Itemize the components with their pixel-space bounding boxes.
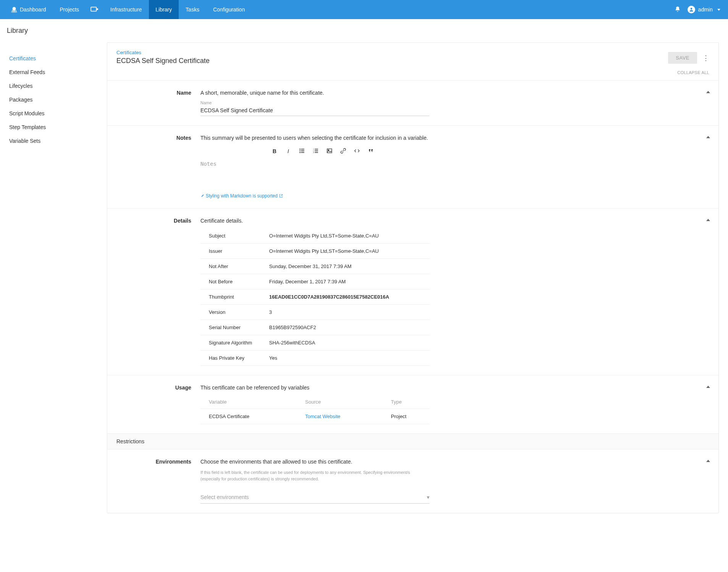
- usage-col-type: Type: [383, 395, 429, 409]
- section-usage: Usage This certificate can be referenced…: [107, 375, 718, 433]
- details-row: Version3: [200, 305, 429, 320]
- nav-dashboard[interactable]: Dashboard: [4, 0, 53, 19]
- section-env-label: Environments: [116, 459, 200, 504]
- environments-select[interactable]: Select environments ▾: [200, 491, 429, 504]
- svg-point-8: [299, 152, 300, 153]
- usage-col-variable: Variable: [200, 395, 297, 409]
- details-key: Not After: [200, 259, 269, 274]
- section-name: Name A short, memorable, unique name for…: [107, 80, 718, 125]
- user-name: admin: [698, 6, 713, 13]
- svg-point-6: [299, 150, 300, 152]
- chevron-up-icon: [706, 460, 710, 462]
- sidebar-item-step-templates[interactable]: Step Templates: [9, 120, 98, 134]
- project-switcher-icon: [90, 6, 99, 13]
- details-row: IssuerO=Internet Widgits Pty Ltd,ST=Some…: [200, 244, 429, 259]
- quote-icon[interactable]: [367, 148, 374, 155]
- name-helper: A short, memorable, unique name for this…: [200, 90, 445, 96]
- details-row: Has Private KeyYes: [200, 351, 429, 366]
- section-notes: Notes This summary will be presented to …: [107, 125, 718, 208]
- usage-col-source: Source: [297, 395, 383, 409]
- notes-helper: This summary will be presented to users …: [200, 135, 445, 141]
- image-icon[interactable]: [326, 148, 333, 155]
- collapse-all-button[interactable]: COLLAPSE ALL: [107, 69, 718, 80]
- svg-point-17: [328, 150, 329, 151]
- details-value: Sunday, December 31, 2017 7:39 AM: [269, 259, 429, 274]
- usage-row: ECDSA CertificateTomcat WebsiteProject: [200, 409, 429, 424]
- nav-infrastructure[interactable]: Infrastructure: [103, 0, 149, 19]
- svg-rect-9: [301, 152, 304, 153]
- details-key: Serial Number: [200, 320, 269, 335]
- chevron-down-icon: ▾: [427, 494, 429, 500]
- overflow-menu-icon[interactable]: ⋮: [702, 54, 709, 62]
- markdown-link-label: Styling with Markdown is supported: [206, 193, 278, 199]
- environments-placeholder: Select environments: [200, 494, 249, 500]
- sidebar: Certificates External Feeds Lifecycles P…: [0, 42, 107, 157]
- usage-source: Tomcat Website: [297, 409, 383, 424]
- details-helper: Certificate details.: [200, 218, 445, 224]
- sidebar-item-script-modules[interactable]: Script Modules: [9, 107, 98, 120]
- italic-icon[interactable]: I: [285, 148, 292, 155]
- nav-project-switcher[interactable]: [86, 0, 103, 19]
- code-icon[interactable]: [354, 148, 360, 155]
- sidebar-item-certificates[interactable]: Certificates: [9, 52, 98, 65]
- nav-configuration[interactable]: Configuration: [206, 0, 252, 19]
- usage-table: Variable Source Type ECDSA CertificateTo…: [200, 395, 429, 424]
- chevron-up-icon: [706, 91, 710, 93]
- sidebar-item-external-feeds[interactable]: External Feeds: [9, 65, 98, 79]
- svg-rect-15: [315, 152, 318, 153]
- link-icon[interactable]: [340, 148, 347, 155]
- details-value: 16EAD0E1CC0D7A28190837C286015E7582CE016A: [269, 289, 429, 305]
- nav-projects[interactable]: Projects: [53, 0, 86, 19]
- name-input[interactable]: [200, 105, 429, 116]
- nav-dashboard-label: Dashboard: [20, 6, 46, 13]
- details-value: O=Internet Widgits Pty Ltd,ST=Some-State…: [269, 228, 429, 244]
- section-env-toggle[interactable]: [706, 457, 710, 463]
- details-value: SHA-256withECDSA: [269, 335, 429, 351]
- svg-rect-5: [301, 149, 304, 150]
- notes-textarea[interactable]: [200, 159, 429, 190]
- markdown-help-link[interactable]: Styling with Markdown is supported: [200, 193, 283, 199]
- section-details-toggle[interactable]: [706, 216, 710, 222]
- svg-rect-7: [301, 150, 304, 151]
- details-value: Yes: [269, 351, 429, 366]
- section-details-label: Details: [116, 218, 200, 366]
- svg-point-2: [97, 8, 98, 10]
- usage-helper: This certificate can be referenced by va…: [200, 385, 445, 391]
- nav-library[interactable]: Library: [149, 0, 179, 19]
- octopus-logo-icon: [11, 6, 18, 13]
- details-key: Has Private Key: [200, 351, 269, 366]
- restrictions-header: Restrictions: [107, 433, 718, 449]
- svg-rect-13: [315, 150, 318, 151]
- env-helper: Choose the environments that are allowed…: [200, 459, 445, 465]
- svg-point-4: [299, 149, 300, 150]
- section-environments: Environments Choose the environments tha…: [107, 449, 718, 513]
- section-notes-toggle[interactable]: [706, 133, 710, 139]
- details-value: O=Internet Widgits Pty Ltd,ST=Some-State…: [269, 244, 429, 259]
- save-button[interactable]: SAVE: [668, 52, 697, 64]
- section-name-label: Name: [116, 90, 200, 116]
- svg-rect-1: [91, 7, 96, 11]
- details-row: Not AfterSunday, December 31, 2017 7:39 …: [200, 259, 429, 274]
- avatar-icon: [688, 6, 695, 13]
- usage-source-link[interactable]: Tomcat Website: [305, 414, 340, 419]
- usage-variable: ECDSA Certificate: [200, 409, 297, 424]
- bold-icon[interactable]: B: [271, 148, 278, 155]
- breadcrumb[interactable]: Certificates: [116, 50, 210, 55]
- details-key: Issuer: [200, 244, 269, 259]
- sidebar-item-variable-sets[interactable]: Variable Sets: [9, 134, 98, 148]
- sidebar-item-lifecycles[interactable]: Lifecycles: [9, 79, 98, 93]
- certificate-card: Certificates ECDSA Self Signed Certifica…: [107, 42, 719, 513]
- details-key: Subject: [200, 228, 269, 244]
- user-menu[interactable]: admin: [688, 6, 720, 13]
- section-usage-toggle[interactable]: [706, 383, 710, 389]
- bullet-list-icon[interactable]: [299, 148, 305, 155]
- numbered-list-icon[interactable]: 123: [312, 148, 319, 155]
- sidebar-item-packages[interactable]: Packages: [9, 93, 98, 107]
- external-link-icon: [279, 194, 283, 198]
- notifications-icon[interactable]: [675, 6, 681, 13]
- top-nav: Dashboard Projects Infrastructure Librar…: [0, 0, 728, 19]
- svg-point-0: [13, 7, 16, 10]
- section-name-toggle[interactable]: [706, 88, 710, 94]
- details-key: Signature Algorithm: [200, 335, 269, 351]
- nav-tasks[interactable]: Tasks: [179, 0, 206, 19]
